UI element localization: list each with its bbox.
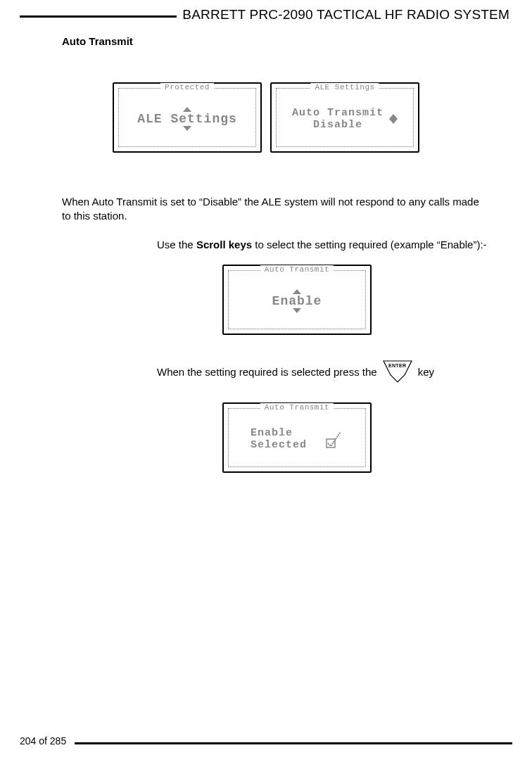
page-footer: 204 of 285 [20, 735, 512, 749]
enter-key-icon: ENTER [383, 360, 412, 383]
lcd-screen-selected: Auto Transmit Enable Selected [222, 402, 372, 473]
text: Use the [157, 239, 196, 250]
enter-key-label: ENTER [383, 363, 412, 368]
lcd-line: ALE Settings [137, 112, 237, 126]
page-header: BARRETT PRC-2090 TACTICAL HF RADIO SYSTE… [20, 7, 512, 25]
scroll-arrows-icon [389, 114, 398, 124]
text-bold: Scroll keys [196, 239, 252, 250]
lcd-header-label: Auto Transmit [260, 403, 334, 412]
lcd-line: Auto Transmit [292, 107, 384, 119]
scroll-arrows-icon [293, 289, 301, 294]
body-paragraph-2: Use the Scroll keys to select the settin… [157, 238, 488, 252]
text: When the setting required is selected pr… [157, 366, 377, 378]
header-title: BARRETT PRC-2090 TACTICAL HF RADIO SYSTE… [177, 7, 512, 23]
lcd-row-3: Auto Transmit Enable Selected [82, 402, 512, 473]
text: key [418, 366, 434, 378]
lcd-line: Enable [272, 294, 322, 308]
lcd-header-label: ALE Settings [310, 83, 379, 91]
footer-rule [20, 742, 512, 744]
lcd-row-2: Auto Transmit Enable [82, 265, 512, 335]
lcd-header-label: Auto Transmit [260, 265, 334, 274]
lcd-row-1: Protected ALE Settings ALE Settings [20, 82, 512, 153]
body-paragraph-1: When Auto Transmit is set to “Disable” t… [62, 195, 488, 222]
lcd-line: Disable [313, 119, 362, 131]
lcd-line: Enable [251, 427, 293, 439]
lcd-screen-enable: Auto Transmit Enable [222, 265, 372, 335]
lcd-screen-protected: Protected ALE Settings [113, 82, 262, 153]
section-title: Auto Transmit [62, 35, 512, 47]
scroll-arrows-icon [183, 107, 191, 112]
press-line: When the setting required is selected pr… [157, 360, 512, 383]
page-number: 204 of 285 [20, 735, 75, 747]
lcd-screen-ale-settings: ALE Settings Auto Transmit Disable [270, 82, 419, 153]
lcd-header-label: Protected [160, 83, 214, 91]
lcd-line: Selected [251, 439, 307, 451]
svg-rect-1 [327, 439, 335, 447]
check-icon [321, 429, 343, 449]
scroll-arrows-icon [183, 126, 191, 131]
scroll-arrows-icon [293, 308, 301, 313]
text: to select the setting required (example … [252, 239, 487, 250]
